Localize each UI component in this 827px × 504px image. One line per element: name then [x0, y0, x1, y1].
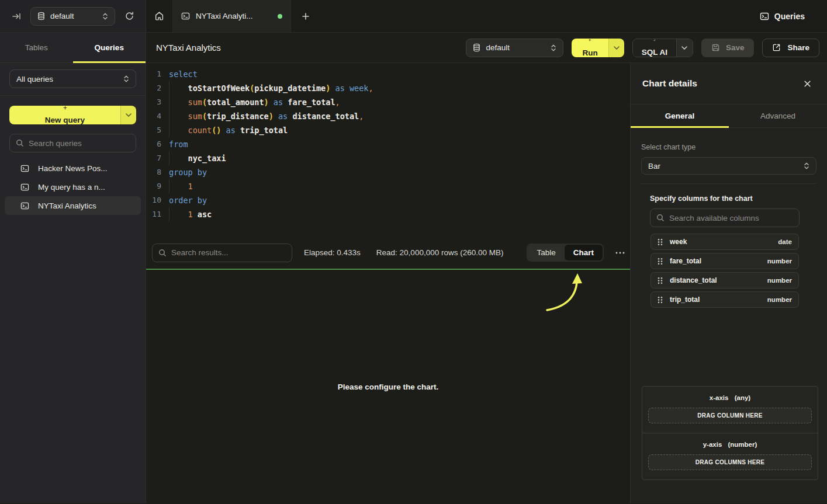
query-item-label: NYTaxi Analytics: [38, 201, 96, 210]
code-token: distance_total: [292, 112, 359, 121]
x-axis-drop-zone[interactable]: DRAG COLUMN HERE: [648, 408, 812, 423]
terminal-icon: [20, 201, 29, 210]
run-button-main[interactable]: Run: [572, 39, 608, 57]
new-query-dropdown[interactable]: [120, 106, 136, 124]
code-line: 5count() as trip_total: [146, 123, 630, 137]
query-list-item[interactable]: NYTaxi Analytics: [5, 196, 141, 215]
chart-empty-message: Please configure the chart.: [338, 383, 439, 391]
share-button[interactable]: Share: [762, 39, 819, 57]
body: Tables Queries All queries New query: [0, 33, 827, 503]
sql-ai-label: SQL AI: [642, 48, 667, 57]
code-token: order by: [169, 196, 207, 205]
chart-type-select[interactable]: Bar: [641, 157, 816, 175]
chart-area: Please configure the chart.: [146, 269, 630, 503]
drag-handle-icon[interactable]: [658, 258, 663, 265]
sidebar-tab-queries[interactable]: Queries: [73, 33, 146, 62]
chevron-down-icon: [614, 46, 620, 50]
sparkles-icon: [650, 39, 659, 41]
column-name: week: [670, 238, 687, 246]
code-line: 91: [146, 179, 630, 193]
queries-link[interactable]: Queries: [760, 0, 805, 32]
y-axis-drop-zone[interactable]: DRAG COLUMNS HERE: [648, 454, 812, 470]
topbar-database-select[interactable]: default: [30, 7, 115, 26]
sql-ai-dropdown[interactable]: [676, 39, 693, 57]
sql-ai-main[interactable]: SQL AI: [633, 39, 676, 57]
terminal-icon: [20, 183, 29, 192]
code-line-content: select: [169, 67, 198, 81]
drag-handle-icon[interactable]: [658, 238, 663, 246]
view-tab-chart[interactable]: Chart: [565, 245, 603, 260]
column-row[interactable]: trip_totalnumber: [650, 291, 799, 308]
code-line: 1select: [146, 67, 630, 81]
code-token: 1: [188, 210, 193, 219]
query-search: [9, 134, 136, 152]
share-icon: [772, 43, 781, 52]
code-token: total_amount: [207, 98, 264, 107]
columns-search: [650, 208, 800, 227]
panel-tab-advanced[interactable]: Advanced: [729, 105, 827, 127]
more-options-button[interactable]: [615, 245, 625, 260]
run-dropdown[interactable]: [608, 39, 624, 57]
sql-editor[interactable]: 1select2toStartOfWeek(pickup_datetime) a…: [146, 63, 630, 237]
chevron-updown-icon: [123, 75, 129, 83]
code-line-content: order by: [169, 193, 207, 207]
code-line-content: 1: [169, 179, 193, 193]
sql-ai-button[interactable]: SQL AI: [632, 39, 693, 57]
collapse-sidebar-button[interactable]: [8, 8, 25, 25]
line-number: 2: [146, 81, 161, 95]
elapsed-stat: Elapsed: 0.433s: [304, 248, 361, 257]
column-type: date: [778, 238, 792, 245]
line-number: 10: [146, 193, 161, 207]
topbar-left: default: [0, 0, 146, 32]
toolbar-database-select[interactable]: default: [466, 39, 563, 57]
code-token: [330, 84, 335, 93]
new-query-button[interactable]: New query: [9, 106, 136, 124]
sidebar-tabs: Tables Queries: [0, 33, 146, 63]
new-tab-button[interactable]: [291, 0, 320, 32]
query-list-item[interactable]: My query has a n...: [5, 178, 141, 196]
database-icon: [473, 43, 480, 52]
query-list-item[interactable]: Hacker News Pos...: [5, 159, 141, 178]
home-button[interactable]: [146, 0, 173, 32]
column-row[interactable]: distance_totalnumber: [650, 272, 799, 289]
y-axis-section: y-axis (number) DRAG COLUMNS HERE: [642, 433, 818, 479]
panel-tab-general[interactable]: General: [631, 105, 729, 127]
run-button[interactable]: Run: [572, 39, 624, 57]
line-number: 5: [146, 123, 161, 137]
query-toolbar: NYTaxi Analytics default Run: [146, 33, 827, 63]
results-bar: Elapsed: 0.433s Read: 20,000,000 rows (2…: [146, 237, 630, 269]
query-search-input[interactable]: [9, 134, 136, 152]
home-icon: [154, 11, 164, 21]
indent-guide: [169, 151, 188, 165]
sidebar-tab-tables[interactable]: Tables: [0, 33, 73, 62]
save-icon: [711, 43, 720, 52]
drag-handle-icon[interactable]: [658, 296, 663, 304]
code-token: as: [274, 98, 283, 107]
tab-nytaxi-analytics[interactable]: NYTaxi Analyti...: [173, 0, 291, 32]
results-search-input[interactable]: [152, 244, 292, 262]
line-number: 6: [146, 137, 161, 151]
save-button[interactable]: Save: [701, 39, 755, 57]
x-axis-label: x-axis: [710, 394, 729, 401]
share-label: Share: [787, 43, 809, 52]
query-filter-select[interactable]: All queries: [9, 69, 136, 88]
close-icon[interactable]: [804, 80, 811, 88]
queries-link-label: Queries: [774, 12, 805, 21]
column-row[interactable]: weekdate: [650, 234, 799, 250]
new-query-main[interactable]: New query: [9, 106, 120, 124]
refresh-button[interactable]: [121, 8, 137, 25]
collapse-sidebar-icon: [12, 12, 21, 20]
annotation-arrow: [538, 266, 593, 316]
code-line-content: sum(total_amount) as fare_total,: [169, 95, 340, 109]
chart-type-label: Select chart type: [641, 143, 816, 151]
column-row[interactable]: fare_totalnumber: [650, 253, 799, 269]
code-token: sum: [188, 98, 202, 107]
view-tab-table[interactable]: Table: [528, 245, 564, 260]
content: NYTaxi Analytics default Run: [146, 33, 827, 503]
new-query-label: New query: [45, 116, 85, 124]
drag-handle-icon[interactable]: [658, 277, 663, 284]
line-number: 7: [146, 151, 161, 165]
read-stat: Read: 20,000,000 rows (260.00 MB): [376, 248, 504, 257]
query-item-label: My query has a n...: [38, 183, 105, 192]
columns-search-input[interactable]: [650, 208, 800, 227]
